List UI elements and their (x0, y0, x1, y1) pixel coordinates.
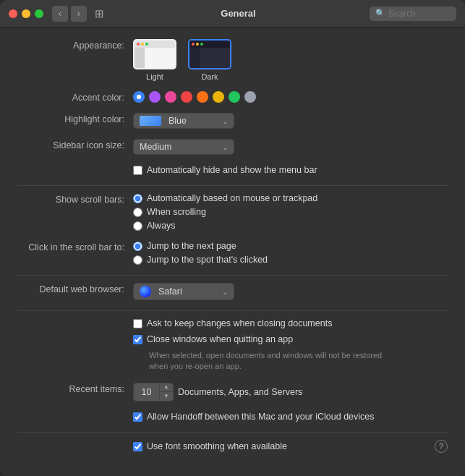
search-input[interactable] (388, 9, 453, 19)
appearance-label: Appearance: (17, 39, 133, 51)
click-next-row: Jump to the next page (133, 241, 268, 251)
font-smoothing-checkbox-row: Use font smoothing when available (133, 441, 287, 451)
stepper-down[interactable]: ▼ (160, 392, 173, 401)
highlight-color-swatch (140, 116, 161, 126)
window-title: General (107, 8, 370, 19)
handoff-row: Allow Handoff between this Mac and your … (0, 412, 465, 422)
help-button[interactable]: ? (435, 440, 448, 453)
browser-dropdown[interactable]: Safari ⌄ (133, 283, 234, 300)
highlight-color-value: Blue (168, 116, 218, 126)
click-next-label: Jump to the next page (147, 241, 236, 251)
appearance-row: Appearance: (0, 39, 465, 81)
separator-4 (17, 432, 448, 433)
click-spot-row: Jump to the spot that's clicked (133, 255, 268, 265)
sidebar-icon-size-row: Sidebar icon size: Medium ⌄ (0, 139, 465, 155)
ask-changes-checkbox[interactable] (133, 319, 142, 328)
highlight-color-arrow: ⌄ (222, 117, 228, 125)
accent-purple[interactable] (149, 91, 161, 103)
accent-orange[interactable] (197, 91, 208, 103)
minimize-button[interactable] (22, 9, 30, 18)
sidebar-icon-size-content: Medium ⌄ (133, 139, 448, 155)
appearance-light[interactable]: Light (133, 39, 176, 81)
accent-blue[interactable] (133, 91, 145, 103)
light-thumb (133, 39, 176, 69)
scroll-auto-radio[interactable] (133, 194, 142, 203)
close-windows-checkbox[interactable] (133, 335, 142, 344)
browser-arrow: ⌄ (222, 288, 228, 296)
traffic-lights (9, 9, 43, 18)
close-windows-sub: When selected, open documents and window… (133, 349, 386, 373)
accent-pink[interactable] (165, 91, 176, 103)
separator-3 (17, 310, 448, 311)
nav-buttons: ‹ › (52, 6, 87, 22)
accent-yellow[interactable] (213, 91, 224, 103)
sidebar-icon-size-dropdown[interactable]: Medium ⌄ (133, 139, 234, 155)
search-icon: 🔍 (375, 9, 385, 18)
safari-icon (140, 286, 151, 297)
ask-changes-content: Ask to keep changes when closing documen… (133, 318, 448, 373)
menu-bar-row: Automatically hide and show the menu bar (0, 165, 465, 175)
close-windows-checkbox-row: Close windows when quitting an app When … (133, 334, 386, 373)
font-smoothing-label-empty (17, 446, 133, 447)
dark-label: Dark (201, 72, 218, 81)
handoff-content: Allow Handoff between this Mac and your … (133, 412, 448, 422)
menu-bar-checkbox[interactable] (133, 166, 142, 175)
separator-1 (17, 185, 448, 186)
highlight-color-row: Highlight color: Blue ⌄ (0, 113, 465, 129)
highlight-color-dropdown[interactable]: Blue ⌄ (133, 113, 234, 129)
scroll-bars-row: Show scroll bars: Automatically based on… (0, 193, 465, 231)
click-spot-label: Jump to the spot that's clicked (147, 255, 268, 265)
menu-bar-content: Automatically hide and show the menu bar (133, 165, 448, 175)
click-next-radio[interactable] (133, 242, 142, 251)
search-box[interactable]: 🔍 (370, 7, 456, 21)
scroll-always-label: Always (147, 221, 176, 231)
back-button[interactable]: ‹ (52, 6, 68, 22)
maximize-button[interactable] (35, 9, 43, 18)
menu-bar-checkbox-label: Automatically hide and show the menu bar (147, 165, 317, 175)
accent-graphite[interactable] (244, 91, 256, 103)
highlight-color-label: Highlight color: (17, 113, 133, 124)
scroll-bars-radio-group: Automatically based on mouse or trackpad… (133, 193, 317, 231)
scroll-always-radio[interactable] (133, 221, 142, 231)
recent-items-suffix: Documents, Apps, and Servers (178, 387, 302, 397)
recent-items-stepper[interactable]: 10 ▲ ▼ (133, 383, 174, 401)
sidebar-icon-size-label: Sidebar icon size: (17, 139, 133, 150)
grid-button[interactable]: ⊞ (91, 6, 107, 22)
stepper-buttons: ▲ ▼ (160, 383, 173, 401)
ask-changes-label (17, 318, 133, 320)
appearance-dark[interactable]: Dark (188, 39, 231, 81)
browser-value: Safari (158, 286, 218, 297)
ask-changes-row: Ask to keep changes when closing documen… (0, 318, 465, 373)
light-label: Light (146, 72, 163, 81)
forward-button[interactable]: › (71, 6, 87, 22)
accent-colors (133, 91, 256, 103)
scroll-auto-label: Automatically based on mouse or trackpad (147, 193, 317, 203)
window: ‹ › ⊞ General 🔍 Appearance: (0, 0, 465, 476)
ask-changes-checkbox-row: Ask to keep changes when closing documen… (133, 318, 332, 328)
browser-content: Safari ⌄ (133, 283, 448, 300)
scroll-auto-row: Automatically based on mouse or trackpad (133, 193, 317, 203)
accent-color-row: Accent color: (0, 91, 465, 103)
ask-changes-checkbox-label: Ask to keep changes when closing documen… (147, 318, 332, 328)
accent-green[interactable] (229, 91, 240, 103)
recent-items-label: Recent items: (17, 383, 133, 394)
browser-row: Default web browser: Safari ⌄ (0, 283, 465, 300)
scroll-bars-label: Show scroll bars: (17, 193, 133, 205)
close-button[interactable] (9, 9, 17, 18)
handoff-checkbox[interactable] (133, 412, 142, 422)
font-smoothing-content: Use font smoothing when available ? (133, 440, 448, 453)
click-scroll-row: Click in the scroll bar to: Jump to the … (0, 241, 465, 265)
handoff-checkbox-row: Allow Handoff between this Mac and your … (133, 412, 375, 422)
font-smoothing-checkbox[interactable] (133, 442, 142, 451)
scroll-bars-content: Automatically based on mouse or trackpad… (133, 193, 448, 231)
stepper-up[interactable]: ▲ (160, 383, 173, 392)
scroll-scrolling-label: When scrolling (147, 207, 206, 217)
scroll-scrolling-radio[interactable] (133, 208, 142, 217)
click-spot-radio[interactable] (133, 255, 142, 265)
close-windows-checkbox-label: Close windows when quitting an app (147, 334, 293, 344)
scroll-scrolling-row: When scrolling (133, 207, 317, 217)
browser-label: Default web browser: (17, 283, 133, 294)
recent-items-value: 10 (134, 385, 160, 399)
sidebar-icon-size-arrow: ⌄ (222, 143, 228, 151)
accent-red[interactable] (181, 91, 192, 103)
